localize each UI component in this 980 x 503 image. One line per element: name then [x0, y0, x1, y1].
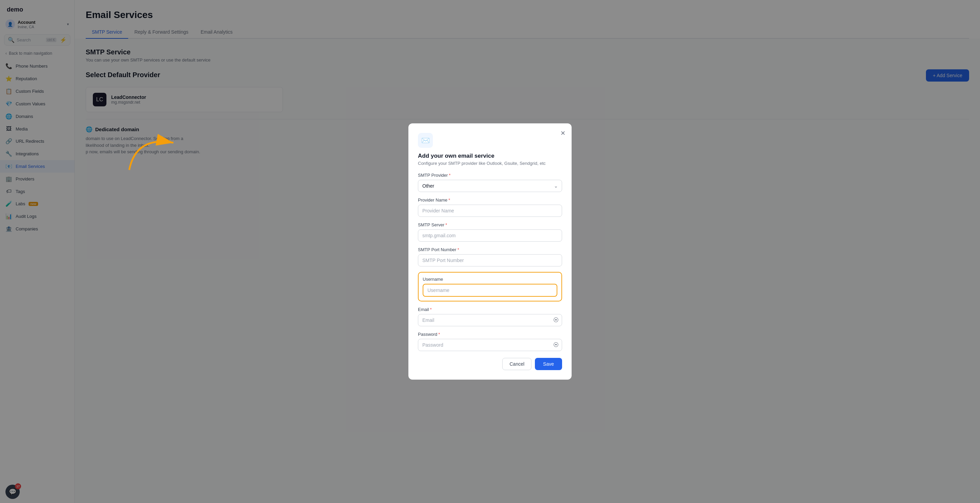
modal-icon-container: ✉️ [418, 133, 433, 148]
smtp-provider-select-wrap: Other Gmail Outlook Sendgrid Mailgun Cus… [418, 180, 562, 192]
provider-name-label: Provider Name * [418, 197, 562, 203]
eye-icon: ⦿ [553, 342, 559, 348]
smtp-server-input[interactable] [418, 229, 562, 242]
variable-icon: ⦿ [553, 317, 559, 323]
modal-close-button[interactable]: ✕ [560, 130, 565, 137]
required-indicator: * [449, 197, 450, 203]
password-label: Password * [418, 332, 562, 337]
required-indicator: * [449, 173, 450, 178]
username-input[interactable] [423, 284, 557, 297]
cancel-button[interactable]: Cancel [502, 358, 531, 370]
arrow-annotation [109, 109, 197, 177]
smtp-server-label: SMTP Server * [418, 222, 562, 227]
required-indicator: * [445, 222, 447, 227]
smtp-port-label: SMTP Port Number * [418, 247, 562, 252]
modal-footer: Cancel Save [418, 358, 562, 370]
save-button[interactable]: Save [535, 358, 562, 370]
password-input-wrap: ⦿ [418, 339, 562, 351]
required-indicator: * [430, 307, 432, 312]
smtp-provider-field: SMTP Provider * Other Gmail Outlook Send… [418, 173, 562, 192]
email-input[interactable] [418, 314, 562, 326]
smtp-provider-label: SMTP Provider * [418, 173, 562, 178]
email-label: Email * [418, 307, 562, 312]
smtp-server-field: SMTP Server * [418, 222, 562, 242]
modal-title: Add your own email service [418, 152, 562, 159]
provider-name-input[interactable] [418, 205, 562, 217]
smtp-port-field: SMTP Port Number * [418, 247, 562, 267]
smtp-port-input[interactable] [418, 254, 562, 267]
modal-overlay: ✉️ ✕ Add your own email service Configur… [0, 0, 980, 503]
username-label: Username [423, 277, 557, 282]
password-field: Password * ⦿ [418, 332, 562, 351]
email-input-wrap: ⦿ [418, 314, 562, 326]
add-email-service-modal: ✉️ ✕ Add your own email service Configur… [408, 123, 572, 380]
modal-subtitle: Configure your SMTP provider like Outloo… [418, 161, 562, 166]
provider-name-field: Provider Name * [418, 197, 562, 217]
required-indicator: * [457, 247, 459, 252]
smtp-provider-select[interactable]: Other Gmail Outlook Sendgrid Mailgun Cus… [418, 180, 562, 192]
email-field: Email * ⦿ [418, 307, 562, 326]
required-indicator: * [438, 332, 440, 337]
password-input[interactable] [418, 339, 562, 351]
envelope-icon: ✉️ [421, 136, 430, 144]
username-field-highlighted: Username [418, 272, 562, 301]
